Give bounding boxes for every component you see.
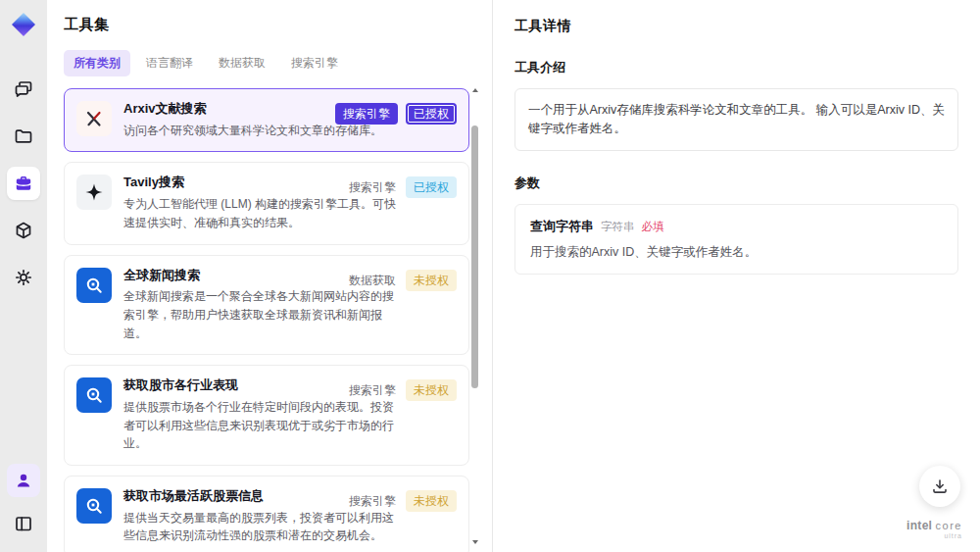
intro-heading: 工具介绍 bbox=[514, 59, 958, 76]
toolset-panel: 工具集 所有类别 语言翻译 数据获取 搜索引擎 Arxiv文献搜索 访问各个研究… bbox=[47, 0, 492, 552]
sidebar bbox=[0, 0, 47, 552]
param-name: 查询字符串 bbox=[530, 218, 594, 235]
category-badge: 搜索引擎 bbox=[347, 379, 398, 401]
param-desc: 用于搜索的Arxiv ID、关键字或作者姓名。 bbox=[530, 244, 943, 261]
sidebar-item-user[interactable] bbox=[7, 464, 40, 497]
tool-badges: 数据获取 未授权 bbox=[347, 270, 457, 291]
tool-description: 提供当天交易量最高的股票列表，投资者可以利用这些信息来识别流动性强的股票和潜在的… bbox=[123, 509, 402, 545]
tool-card[interactable]: 全球新闻搜索 全球新闻搜索是一个聚合全球各大新闻网站内容的搜索引擎，帮助用户快速… bbox=[64, 255, 469, 356]
page-title: 工具集 bbox=[64, 16, 492, 34]
download-button[interactable] bbox=[919, 466, 960, 507]
tool-badges: 搜索引擎 已授权 bbox=[335, 103, 457, 125]
tool-card[interactable]: 获取股市各行业表现 提供股票市场各个行业在特定时间段内的表现。投资者可以利用这些… bbox=[64, 365, 469, 466]
tool-detail-panel: 工具详情 工具介绍 一个用于从Arxiv存储库搜索科学论文和文章的工具。 输入可… bbox=[492, 0, 980, 552]
panel-icon bbox=[14, 514, 33, 533]
category-tab[interactable]: 搜索引擎 bbox=[281, 50, 348, 76]
briefcase-icon bbox=[14, 174, 33, 193]
tool-card[interactable]: Arxiv文献搜索 访问各个研究领域大量科学论文和文章的存储库。 搜索引擎 已授… bbox=[64, 88, 469, 152]
tool-description: 专为人工智能代理 (LLM) 构建的搜索引擎工具。可快速提供实时、准确和真实的结… bbox=[123, 195, 402, 231]
search-blue-icon bbox=[76, 488, 112, 524]
param-type: 字符串 bbox=[601, 220, 635, 234]
gear-icon bbox=[14, 268, 33, 287]
scroll-down-arrow-icon[interactable] bbox=[472, 540, 478, 544]
tool-description: 全球新闻搜索是一个聚合全球各大新闻网站内容的搜索引擎，帮助用户快速获取全球最新资… bbox=[123, 287, 402, 342]
search-blue-icon bbox=[76, 268, 112, 303]
auth-status-badge: 已授权 bbox=[406, 103, 457, 125]
category-tab[interactable]: 数据获取 bbox=[209, 50, 275, 76]
category-badge: 搜索引擎 bbox=[347, 490, 398, 512]
intel-core-logo: intel core ultra bbox=[906, 520, 962, 540]
app-window: 工具集 所有类别 语言翻译 数据获取 搜索引擎 Arxiv文献搜索 访问各个研究… bbox=[0, 0, 980, 552]
sidebar-bottom bbox=[7, 464, 40, 540]
chat-icon bbox=[14, 79, 33, 99]
sidebar-item-briefcase[interactable] bbox=[7, 167, 40, 200]
param-card: 查询字符串 字符串 必填 用于搜索的Arxiv ID、关键字或作者姓名。 bbox=[514, 204, 958, 275]
user-icon bbox=[14, 471, 33, 490]
scrollbar-thumb[interactable] bbox=[471, 125, 478, 388]
auth-status-badge: 未授权 bbox=[406, 270, 457, 291]
auth-status-badge: 已授权 bbox=[406, 176, 457, 198]
auth-status-badge: 未授权 bbox=[406, 490, 457, 512]
tavily-icon bbox=[76, 175, 112, 210]
param-header: 查询字符串 字符串 必填 bbox=[530, 218, 943, 235]
tool-card[interactable]: 获取市场最活跃股票信息 提供当天交易量最高的股票列表，投资者可以利用这些信息来识… bbox=[64, 476, 469, 552]
folder-icon bbox=[14, 126, 33, 146]
sidebar-item-gear[interactable] bbox=[7, 261, 40, 294]
tool-list: Arxiv文献搜索 访问各个研究领域大量科学论文和文章的存储库。 搜索引擎 已授… bbox=[64, 88, 469, 552]
cube-icon bbox=[14, 221, 33, 240]
arxiv-icon bbox=[76, 101, 112, 136]
gem-icon bbox=[12, 13, 35, 36]
download-icon bbox=[931, 477, 949, 495]
category-tab[interactable]: 语言翻译 bbox=[136, 50, 203, 76]
auth-status-badge: 未授权 bbox=[406, 379, 457, 401]
params-heading: 参数 bbox=[514, 175, 958, 192]
sidebar-item-folder[interactable] bbox=[7, 120, 40, 153]
app-logo bbox=[9, 10, 38, 39]
tool-badges: 搜索引擎 未授权 bbox=[347, 490, 457, 512]
tool-description: 提供股票市场各个行业在特定时间段内的表现。投资者可以利用这些信息来识别表现优于或… bbox=[123, 398, 402, 453]
category-tab[interactable]: 所有类别 bbox=[64, 50, 130, 76]
tool-badges: 搜索引擎 已授权 bbox=[347, 176, 457, 198]
sidebar-item-chat[interactable] bbox=[7, 73, 40, 106]
category-badge: 搜索引擎 bbox=[335, 103, 398, 125]
tool-card[interactable]: Tavily搜索 专为人工智能代理 (LLM) 构建的搜索引擎工具。可快速提供实… bbox=[64, 162, 469, 244]
tool-badges: 搜索引擎 未授权 bbox=[347, 379, 457, 401]
sidebar-nav bbox=[7, 73, 40, 294]
detail-title: 工具详情 bbox=[514, 18, 958, 35]
search-blue-icon bbox=[76, 377, 112, 413]
param-required-badge: 必填 bbox=[642, 220, 664, 234]
category-badge: 数据获取 bbox=[347, 270, 398, 291]
category-tabs: 所有类别 语言翻译 数据获取 搜索引擎 bbox=[64, 50, 492, 76]
sidebar-item-cube[interactable] bbox=[7, 214, 40, 247]
sidebar-item-panel[interactable] bbox=[7, 507, 40, 540]
scroll-up-arrow-icon[interactable] bbox=[472, 88, 478, 92]
intro-text: 一个用于从Arxiv存储库搜索科学论文和文章的工具。 输入可以是Arxiv ID… bbox=[514, 88, 958, 151]
list-scrollbar[interactable] bbox=[470, 86, 480, 546]
category-badge: 搜索引擎 bbox=[347, 176, 398, 198]
